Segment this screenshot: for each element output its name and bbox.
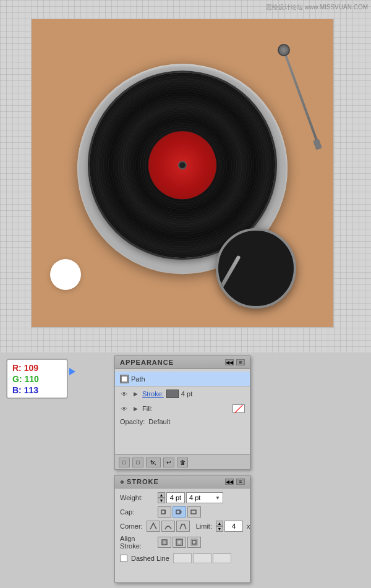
stroke-form: Weight: ▲ ▼ 4 pt 4 pt ▼ Cap: [115, 488, 250, 553]
fill-expand-icon[interactable]: ▶ [131, 404, 140, 413]
vinyl-center [178, 161, 187, 169]
fill-eye-icon[interactable]: 👁 [120, 404, 129, 413]
limit-label: Limit: [196, 522, 212, 530]
limit-spinner[interactable]: ▲ ▼ [216, 521, 223, 532]
dash-input-1[interactable] [173, 553, 192, 563]
cap-round-btn[interactable] [173, 506, 186, 518]
cap-row: Cap: [120, 506, 245, 518]
weight-spinner[interactable]: ▲ ▼ [158, 492, 165, 503]
align-row: Align Stroke: [120, 535, 245, 550]
toolbar-btn-fx[interactable]: fx, [146, 458, 161, 467]
canvas-area: 思绘设计论坛 www.MISSVUAN.COM [0, 0, 371, 352]
corner-bevel-btn[interactable] [176, 521, 190, 532]
align-center-btn[interactable] [158, 537, 171, 548]
tonearm-pivot [278, 44, 290, 56]
opacity-row: Opacity: Default [115, 416, 250, 427]
corner-round-btn[interactable] [161, 521, 175, 532]
toolbar-btn-2[interactable]: □ [132, 458, 143, 467]
fill-swatch[interactable] [232, 404, 245, 413]
appearance-panel-content: Path 👁 ▶ Stroke: 4 pt 👁 ▶ Fill: Opacity:… [115, 369, 250, 430]
panel-controls: ◀◀ ≡ [225, 359, 245, 365]
svg-rect-8 [177, 540, 181, 544]
stroke-panel-header: ◆ STROKE ◀◀ ≡ [115, 475, 250, 488]
cap-btn-group [158, 506, 201, 518]
weight-row: Weight: ▲ ▼ 4 pt 4 pt ▼ [120, 492, 245, 503]
align-outside-btn[interactable] [187, 537, 201, 548]
panel-menu-btn[interactable]: ≡ [236, 359, 245, 365]
cap-label: Cap: [120, 508, 154, 516]
stroke-collapse-btn[interactable]: ◀◀ [225, 479, 234, 485]
weight-unit-value: 4 pt [189, 494, 200, 501]
dashed-label: Dashed Line [131, 555, 169, 562]
weight-input[interactable]: 4 pt [166, 492, 185, 503]
align-label: Align Stroke: [120, 535, 154, 550]
align-inside-btn[interactable] [173, 537, 186, 548]
dashed-line-row: Dashed Line [115, 553, 250, 563]
limit-x-label: x [247, 522, 250, 530]
fill-label: Fill: [142, 405, 230, 412]
weight-up-btn[interactable]: ▲ [158, 492, 165, 498]
limit-input[interactable]: 4 [224, 521, 243, 532]
color-g-value: G: 110 [12, 374, 62, 384]
stroke-swatch[interactable] [166, 390, 179, 398]
dashed-checkbox[interactable] [120, 555, 127, 562]
zoom-tonearm [231, 244, 281, 293]
weight-unit-select[interactable]: 4 pt ▼ [186, 492, 223, 503]
appearance-panel: APPEARANCE ◀◀ ≡ Path 👁 ▶ Stroke: 4 pt 👁 [114, 356, 250, 470]
watermark: 思绘设计论坛 www.MISSVUAN.COM [266, 3, 368, 12]
stroke-panel-controls: ◀◀ ≡ [225, 479, 245, 485]
arrow-indicator [69, 368, 75, 375]
path-icon [120, 375, 129, 383]
limit-input-group: ▲ ▼ 4 [216, 521, 243, 532]
tonearm-container [222, 44, 296, 168]
stroke-value: 4 pt [181, 390, 192, 398]
svg-rect-5 [162, 540, 167, 545]
cap-butt-btn[interactable] [158, 506, 171, 518]
weight-label: Weight: [120, 494, 154, 501]
stroke-expand-icon[interactable]: ▶ [131, 390, 140, 398]
toolbar-btn-undo[interactable]: ↩ [163, 458, 174, 467]
stroke-panel-title: STROKE [127, 478, 159, 485]
stroke-arrow-icon: ◆ [120, 479, 124, 485]
weight-down-btn[interactable]: ▼ [158, 498, 165, 503]
appearance-panel-title: APPEARANCE [120, 359, 174, 366]
path-label: Path [131, 375, 245, 383]
color-b-value: B: 113 [12, 385, 62, 395]
color-info-box: R: 109 G: 110 B: 113 [6, 359, 68, 399]
dash-input-3[interactable] [213, 553, 231, 563]
color-r-value: R: 109 [12, 363, 62, 373]
dash-input-2[interactable] [193, 553, 211, 563]
weight-select-arrow: ▼ [215, 495, 220, 501]
tonearm-head [313, 138, 322, 150]
zoom-arm-line [216, 255, 241, 295]
panel-collapse-btn[interactable]: ◀◀ [225, 359, 234, 365]
stroke-eye-icon[interactable]: 👁 [120, 390, 129, 398]
svg-rect-3 [176, 510, 180, 514]
zoom-circle [216, 228, 296, 309]
align-btn-group [158, 537, 201, 548]
svg-rect-4 [191, 510, 196, 514]
fill-row: 👁 ▶ Fill: [115, 401, 250, 416]
corner-btn-group [147, 521, 190, 532]
cap-square-btn[interactable] [187, 506, 201, 518]
path-row: Path [115, 372, 250, 386]
weight-input-group: ▲ ▼ 4 pt 4 pt ▼ [158, 492, 223, 503]
opacity-value: Default [148, 418, 170, 425]
limit-down-btn[interactable]: ▼ [216, 526, 223, 532]
toolbar-btn-1[interactable]: □ [119, 458, 130, 467]
stroke-panel: ◆ STROKE ◀◀ ≡ Weight: ▲ ▼ 4 pt 4 pt ▼ [114, 475, 250, 583]
opacity-label: Opacity: [120, 418, 145, 425]
svg-rect-0 [121, 376, 127, 382]
appearance-panel-header: APPEARANCE ◀◀ ≡ [115, 356, 250, 369]
stroke-row: 👁 ▶ Stroke: 4 pt [115, 386, 250, 401]
limit-up-btn[interactable]: ▲ [216, 521, 223, 526]
artwork-canvas [31, 19, 334, 328]
corner-miter-btn[interactable] [147, 521, 160, 532]
toolbar-btn-trash[interactable]: 🗑 [177, 458, 188, 467]
stroke-menu-btn[interactable]: ≡ [236, 479, 245, 485]
corner-row: Corner: Limit: ▲ ▼ 4 x [120, 521, 245, 532]
tonearm-arm [283, 49, 321, 149]
stroke-label[interactable]: Stroke: [142, 390, 164, 398]
dash-inputs [173, 553, 231, 563]
white-circle [50, 259, 81, 290]
